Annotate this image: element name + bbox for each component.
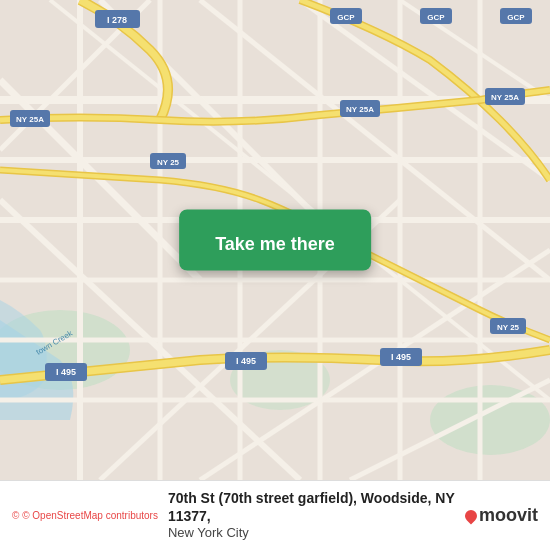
osm-credit: © © OpenStreetMap contributors (12, 510, 158, 521)
location-subtitle: New York City (168, 525, 455, 542)
svg-text:NY 25: NY 25 (497, 323, 520, 332)
svg-text:GCP: GCP (507, 13, 525, 22)
moovit-brand-name: moovit (479, 505, 538, 526)
svg-text:I 495: I 495 (236, 356, 256, 366)
footer: © © OpenStreetMap contributors 70th St (… (0, 480, 550, 550)
take-me-there-button[interactable]: Take me there (179, 210, 371, 271)
svg-text:GCP: GCP (427, 13, 445, 22)
location-info: 70th St (70th street garfield), Woodside… (168, 489, 455, 542)
svg-text:I 495: I 495 (391, 352, 411, 362)
moovit-logo: moovit (465, 505, 538, 526)
location-title: 70th St (70th street garfield), Woodside… (168, 489, 455, 525)
svg-text:GCP: GCP (337, 13, 355, 22)
svg-text:NY 25: NY 25 (157, 158, 180, 167)
moovit-pin-icon (462, 507, 479, 524)
svg-text:NY 25A: NY 25A (491, 93, 519, 102)
svg-text:I 278: I 278 (107, 15, 127, 25)
svg-text:NY 25A: NY 25A (16, 115, 44, 124)
svg-point-2 (430, 385, 550, 455)
map-view: I 278 GCP GCP GCP NY 25A NY 25A NY 25A N… (0, 0, 550, 480)
osm-credit-text: © OpenStreetMap contributors (22, 510, 158, 521)
svg-text:I 495: I 495 (56, 367, 76, 377)
svg-text:NY 25A: NY 25A (346, 105, 374, 114)
